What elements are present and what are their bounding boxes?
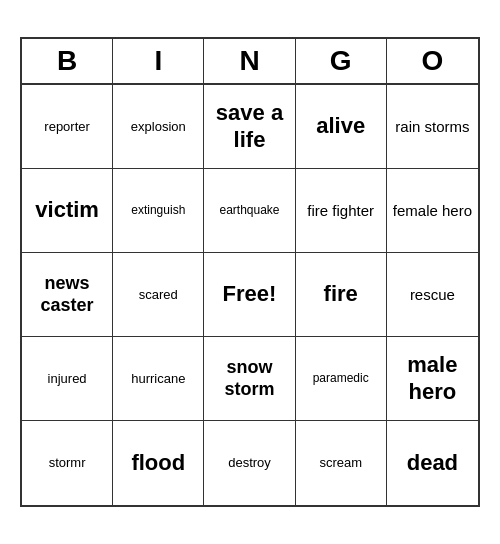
cell-text-22: destroy: [228, 455, 271, 471]
bingo-cell-2[interactable]: save a life: [204, 85, 295, 169]
cell-text-15: injured: [48, 371, 87, 387]
bingo-cell-19[interactable]: male hero: [387, 337, 478, 421]
cell-text-9: female hero: [393, 202, 472, 220]
cell-text-14: rescue: [410, 286, 455, 304]
bingo-cell-4[interactable]: rain storms: [387, 85, 478, 169]
bingo-cell-9[interactable]: female hero: [387, 169, 478, 253]
bingo-cell-22[interactable]: destroy: [204, 421, 295, 505]
cell-text-16: hurricane: [131, 371, 185, 387]
cell-text-4: rain storms: [395, 118, 469, 136]
cell-text-20: stormr: [49, 455, 86, 471]
cell-text-2: save a life: [208, 100, 290, 153]
bingo-cell-16[interactable]: hurricane: [113, 337, 204, 421]
bingo-cell-6[interactable]: extinguish: [113, 169, 204, 253]
cell-text-6: extinguish: [131, 203, 185, 217]
cell-text-0: reporter: [44, 119, 90, 135]
cell-text-8: fire fighter: [307, 202, 374, 220]
bingo-grid: reporterexplosionsave a lifealiverain st…: [22, 85, 478, 505]
bingo-cell-8[interactable]: fire fighter: [296, 169, 387, 253]
bingo-cell-10[interactable]: news caster: [22, 253, 113, 337]
cell-text-23: scream: [319, 455, 362, 471]
bingo-cell-20[interactable]: stormr: [22, 421, 113, 505]
cell-text-12: Free!: [223, 281, 277, 307]
header-letter-N: N: [204, 39, 295, 83]
bingo-cell-7[interactable]: earthquake: [204, 169, 295, 253]
bingo-cell-15[interactable]: injured: [22, 337, 113, 421]
header-letter-O: O: [387, 39, 478, 83]
cell-text-18: paramedic: [313, 371, 369, 385]
bingo-cell-0[interactable]: reporter: [22, 85, 113, 169]
cell-text-24: dead: [407, 450, 458, 476]
bingo-header: BINGO: [22, 39, 478, 85]
bingo-cell-23[interactable]: scream: [296, 421, 387, 505]
bingo-cell-13[interactable]: fire: [296, 253, 387, 337]
bingo-card: BINGO reporterexplosionsave a lifealiver…: [20, 37, 480, 507]
bingo-cell-12[interactable]: Free!: [204, 253, 295, 337]
header-letter-G: G: [296, 39, 387, 83]
bingo-cell-3[interactable]: alive: [296, 85, 387, 169]
bingo-cell-24[interactable]: dead: [387, 421, 478, 505]
cell-text-7: earthquake: [219, 203, 279, 217]
bingo-cell-1[interactable]: explosion: [113, 85, 204, 169]
cell-text-19: male hero: [391, 352, 474, 405]
bingo-cell-17[interactable]: snow storm: [204, 337, 295, 421]
cell-text-11: scared: [139, 287, 178, 303]
cell-text-17: snow storm: [208, 357, 290, 400]
header-letter-I: I: [113, 39, 204, 83]
cell-text-13: fire: [324, 281, 358, 307]
bingo-cell-14[interactable]: rescue: [387, 253, 478, 337]
bingo-cell-18[interactable]: paramedic: [296, 337, 387, 421]
bingo-cell-21[interactable]: flood: [113, 421, 204, 505]
cell-text-3: alive: [316, 113, 365, 139]
bingo-cell-11[interactable]: scared: [113, 253, 204, 337]
bingo-cell-5[interactable]: victim: [22, 169, 113, 253]
cell-text-1: explosion: [131, 119, 186, 135]
cell-text-21: flood: [131, 450, 185, 476]
header-letter-B: B: [22, 39, 113, 83]
cell-text-5: victim: [35, 197, 99, 223]
cell-text-10: news caster: [26, 273, 108, 316]
